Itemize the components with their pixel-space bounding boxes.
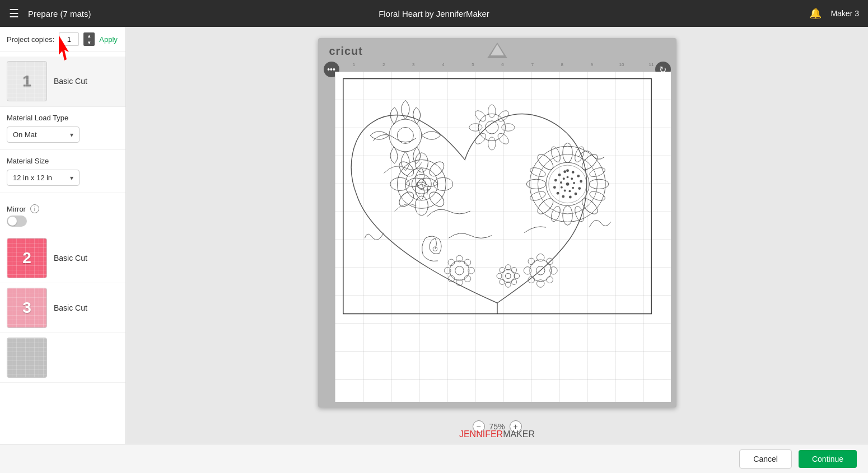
svg-point-11	[396, 189, 417, 209]
svg-point-20	[580, 180, 582, 183]
mat-item-4[interactable]	[0, 333, 125, 383]
svg-point-79	[478, 114, 505, 141]
brand-jennifer: JENNIFER	[459, 429, 503, 439]
mirror-info-icon[interactable]: i	[30, 204, 39, 213]
mat-info-2: Basic Cut	[54, 253, 119, 263]
mat-item-3[interactable]: 3 Basic Cut	[0, 283, 125, 333]
menu-icon[interactable]: ☰	[9, 7, 19, 20]
mat-cut-label-3: Basic Cut	[54, 303, 87, 312]
svg-point-56	[450, 261, 469, 280]
brand-maker: MAKER	[503, 429, 535, 439]
sidebar: Project copies: ▲ ▼ Apply	[0, 27, 126, 444]
grid-area: 1 2 3 4 5 6 7 8 9 10 11 12 30 29	[335, 72, 671, 402]
material-load-type-section: Material Load Type On Mat ▾	[0, 106, 125, 149]
svg-point-81	[488, 105, 496, 118]
bottom-bar: Cancel Continue	[0, 444, 868, 473]
copies-up-button[interactable]: ▲	[83, 32, 95, 39]
user-label: Maker 3	[830, 9, 859, 18]
mat-cut-label-1: Basic Cut	[54, 77, 87, 86]
brand-footer: JENNIFERMAKER	[459, 429, 535, 439]
svg-point-39	[566, 182, 569, 186]
apply-button[interactable]: Apply	[99, 35, 118, 44]
mat-info-3: Basic Cut	[54, 303, 119, 313]
svg-point-8	[390, 177, 409, 190]
material-size-value: 12 in x 12 in	[13, 174, 52, 182]
svg-point-43	[526, 179, 546, 189]
svg-rect-99	[343, 79, 651, 314]
svg-point-31	[571, 177, 573, 180]
copies-down-button[interactable]: ▼	[83, 39, 95, 46]
svg-point-93	[536, 280, 544, 288]
mirror-label: Mirror	[7, 205, 26, 213]
svg-point-57	[455, 266, 463, 275]
svg-point-95	[546, 258, 553, 265]
mat-list: 1 Basic Cut Material Load Type On Mat ▾ …	[0, 52, 125, 444]
ruler-top: 1 2 3 4 5 6 7 8 9 10 11	[339, 59, 666, 69]
svg-point-24	[562, 195, 564, 198]
svg-point-10	[427, 189, 447, 209]
continue-button[interactable]: Continue	[799, 450, 857, 468]
svg-point-47	[535, 152, 556, 172]
svg-point-29	[563, 170, 566, 173]
mat-thumbnail-1: 1	[7, 61, 47, 101]
mirror-section: Mirror i	[0, 193, 125, 233]
svg-point-82	[501, 124, 514, 132]
chevron-down-icon: ▾	[70, 131, 73, 139]
svg-point-96	[546, 277, 553, 283]
copies-arrows: ▲ ▼	[83, 32, 95, 46]
svg-point-26	[553, 186, 556, 189]
copies-input-wrap	[59, 32, 79, 46]
project-title: Floral Heart by JenniferMaker	[379, 9, 489, 18]
project-copies-label: Project copies:	[7, 35, 54, 44]
svg-point-91	[536, 254, 544, 261]
svg-point-30	[566, 176, 568, 178]
svg-point-32	[573, 182, 575, 184]
svg-point-75	[499, 268, 505, 273]
svg-point-22	[574, 193, 577, 195]
material-load-type-dropdown[interactable]: On Mat ▾	[7, 127, 80, 143]
material-size-section: Material Size 12 in x 12 in ▾	[0, 149, 125, 193]
svg-point-34	[568, 190, 571, 192]
bell-icon[interactable]: 🔔	[809, 7, 822, 20]
header: ☰ Prepare (7 mats) Floral Heart by Jenni…	[0, 0, 868, 27]
toggle-knob	[8, 217, 17, 226]
mat-thumbnail-2: 2	[7, 238, 47, 278]
svg-point-35	[563, 190, 566, 192]
material-size-dropdown[interactable]: 12 in x 12 in ▾	[7, 170, 80, 186]
svg-point-19	[577, 175, 580, 177]
header-right: 🔔 Maker 3	[809, 7, 859, 20]
svg-point-92	[549, 267, 557, 275]
svg-point-36	[560, 186, 562, 189]
copies-input[interactable]	[59, 32, 79, 46]
mat-item-1[interactable]: 1 Basic Cut	[0, 57, 125, 106]
cancel-button[interactable]: Cancel	[739, 449, 792, 469]
cricut-logo: cricut	[329, 45, 363, 58]
svg-point-33	[572, 187, 574, 189]
material-size-label: Material Size	[7, 157, 119, 165]
svg-point-18	[571, 171, 574, 174]
svg-point-12	[396, 159, 417, 179]
svg-point-41	[562, 205, 572, 225]
svg-point-9	[427, 159, 447, 179]
mat-thumbnail-4	[7, 338, 47, 378]
svg-point-23	[568, 196, 571, 199]
svg-point-28	[558, 174, 561, 176]
canvas-area: cricut 1 2 3 4 5 6 7 8 9 10 11 ••• ↻	[126, 27, 868, 444]
mat-cut-label-2: Basic Cut	[54, 254, 87, 263]
mirror-row: Mirror i	[7, 204, 119, 213]
svg-point-46	[535, 196, 556, 217]
svg-point-72	[511, 268, 517, 273]
svg-point-38	[562, 177, 564, 180]
svg-point-73	[511, 279, 517, 285]
material-load-type-value: On Mat	[13, 130, 37, 139]
svg-point-25	[556, 192, 559, 195]
material-load-type-label: Material Load Type	[7, 114, 119, 122]
svg-point-86	[496, 132, 510, 146]
svg-point-44	[579, 152, 600, 172]
mirror-toggle[interactable]	[7, 216, 27, 227]
svg-point-94	[524, 267, 531, 275]
svg-point-27	[554, 179, 557, 182]
project-copies-row: Project copies: ▲ ▼ Apply	[0, 27, 125, 52]
svg-point-6	[433, 177, 453, 190]
mat-item-2[interactable]: 2 Basic Cut	[0, 233, 125, 283]
